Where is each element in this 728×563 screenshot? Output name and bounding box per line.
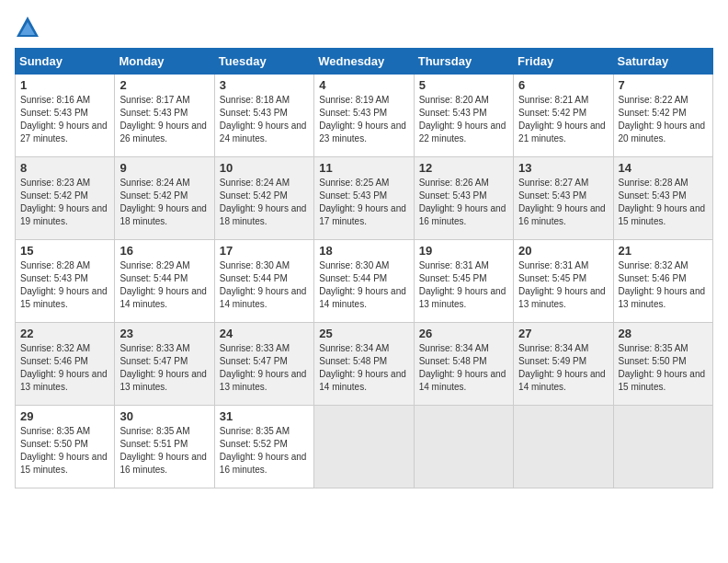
day-number: 5 <box>419 78 508 92</box>
day-number: 1 <box>20 78 109 92</box>
day-info: Sunrise: 8:23 AMSunset: 5:42 PMDaylight:… <box>20 177 109 228</box>
day-info: Sunrise: 8:19 AMSunset: 5:43 PMDaylight:… <box>319 94 408 145</box>
calendar-cell: 2Sunrise: 8:17 AMSunset: 5:43 PMDaylight… <box>115 75 214 157</box>
calendar-week-3: 15Sunrise: 8:28 AMSunset: 5:43 PMDayligh… <box>16 240 713 323</box>
day-info: Sunrise: 8:33 AMSunset: 5:47 PMDaylight:… <box>220 342 309 394</box>
day-info: Sunrise: 8:34 AMSunset: 5:48 PMDaylight:… <box>419 342 508 394</box>
day-number: 13 <box>518 161 608 175</box>
day-number: 29 <box>20 409 109 423</box>
day-info: Sunrise: 8:28 AMSunset: 5:43 PMDaylight:… <box>20 259 109 311</box>
calendar-cell <box>613 406 712 488</box>
calendar-cell: 16Sunrise: 8:29 AMSunset: 5:44 PMDayligh… <box>115 240 214 323</box>
calendar-cell: 1Sunrise: 8:16 AMSunset: 5:43 PMDaylight… <box>16 75 115 157</box>
day-info: Sunrise: 8:32 AMSunset: 5:46 PMDaylight:… <box>619 259 708 311</box>
calendar-cell: 28Sunrise: 8:35 AMSunset: 5:50 PMDayligh… <box>613 323 712 406</box>
day-info: Sunrise: 8:18 AMSunset: 5:43 PMDaylight:… <box>220 94 309 145</box>
calendar-cell: 17Sunrise: 8:30 AMSunset: 5:44 PMDayligh… <box>214 240 313 323</box>
calendar-cell: 3Sunrise: 8:18 AMSunset: 5:43 PMDaylight… <box>214 75 313 157</box>
day-number: 26 <box>419 327 508 340</box>
calendar-cell: 8Sunrise: 8:23 AMSunset: 5:42 PMDaylight… <box>16 157 115 240</box>
day-number: 12 <box>419 161 508 175</box>
calendar-cell: 26Sunrise: 8:34 AMSunset: 5:48 PMDayligh… <box>414 323 513 406</box>
logo <box>15 15 44 40</box>
calendar-cell: 20Sunrise: 8:31 AMSunset: 5:45 PMDayligh… <box>514 240 613 323</box>
day-number: 21 <box>619 244 708 258</box>
day-info: Sunrise: 8:17 AMSunset: 5:43 PMDaylight:… <box>119 94 209 145</box>
calendar-cell: 18Sunrise: 8:30 AMSunset: 5:44 PMDayligh… <box>314 240 414 323</box>
day-info: Sunrise: 8:35 AMSunset: 5:50 PMDaylight:… <box>20 425 109 477</box>
day-info: Sunrise: 8:27 AMSunset: 5:43 PMDaylight:… <box>518 177 608 228</box>
calendar-cell: 22Sunrise: 8:32 AMSunset: 5:46 PMDayligh… <box>16 323 115 406</box>
day-number: 8 <box>20 161 109 175</box>
calendar-cell: 24Sunrise: 8:33 AMSunset: 5:47 PMDayligh… <box>214 323 313 406</box>
day-info: Sunrise: 8:16 AMSunset: 5:43 PMDaylight:… <box>20 94 109 145</box>
day-info: Sunrise: 8:34 AMSunset: 5:49 PMDaylight:… <box>518 342 608 394</box>
calendar-cell: 11Sunrise: 8:25 AMSunset: 5:43 PMDayligh… <box>314 157 414 240</box>
calendar-cell: 7Sunrise: 8:22 AMSunset: 5:42 PMDaylight… <box>613 75 712 157</box>
calendar-week-5: 29Sunrise: 8:35 AMSunset: 5:50 PMDayligh… <box>16 406 713 488</box>
day-number: 7 <box>619 78 708 92</box>
calendar-cell: 30Sunrise: 8:35 AMSunset: 5:51 PMDayligh… <box>115 406 214 488</box>
day-info: Sunrise: 8:20 AMSunset: 5:43 PMDaylight:… <box>419 94 508 145</box>
calendar-week-4: 22Sunrise: 8:32 AMSunset: 5:46 PMDayligh… <box>16 323 713 406</box>
calendar-cell <box>514 406 613 488</box>
day-info: Sunrise: 8:26 AMSunset: 5:43 PMDaylight:… <box>419 177 508 228</box>
calendar-week-2: 8Sunrise: 8:23 AMSunset: 5:42 PMDaylight… <box>16 157 713 240</box>
calendar-cell: 21Sunrise: 8:32 AMSunset: 5:46 PMDayligh… <box>613 240 712 323</box>
header-monday: Monday <box>115 49 214 75</box>
calendar-week-1: 1Sunrise: 8:16 AMSunset: 5:43 PMDaylight… <box>16 75 713 157</box>
day-info: Sunrise: 8:22 AMSunset: 5:42 PMDaylight:… <box>619 94 708 145</box>
day-info: Sunrise: 8:28 AMSunset: 5:43 PMDaylight:… <box>619 177 708 228</box>
day-info: Sunrise: 8:29 AMSunset: 5:44 PMDaylight:… <box>119 259 209 311</box>
day-number: 14 <box>619 161 708 175</box>
day-number: 23 <box>119 327 209 340</box>
day-info: Sunrise: 8:35 AMSunset: 5:50 PMDaylight:… <box>619 342 708 394</box>
day-number: 6 <box>518 78 608 92</box>
calendar-cell: 23Sunrise: 8:33 AMSunset: 5:47 PMDayligh… <box>115 323 214 406</box>
calendar-cell <box>414 406 513 488</box>
day-number: 25 <box>319 327 408 340</box>
calendar-cell: 10Sunrise: 8:24 AMSunset: 5:42 PMDayligh… <box>214 157 313 240</box>
calendar-header-row: SundayMondayTuesdayWednesdayThursdayFrid… <box>16 49 713 75</box>
day-info: Sunrise: 8:25 AMSunset: 5:43 PMDaylight:… <box>319 177 408 228</box>
page-header <box>15 15 713 40</box>
day-info: Sunrise: 8:30 AMSunset: 5:44 PMDaylight:… <box>319 259 408 311</box>
day-number: 20 <box>518 244 608 258</box>
calendar-cell: 13Sunrise: 8:27 AMSunset: 5:43 PMDayligh… <box>514 157 613 240</box>
day-number: 10 <box>220 161 309 175</box>
calendar-cell: 15Sunrise: 8:28 AMSunset: 5:43 PMDayligh… <box>16 240 115 323</box>
day-number: 15 <box>20 244 109 258</box>
day-number: 3 <box>220 78 309 92</box>
day-info: Sunrise: 8:21 AMSunset: 5:42 PMDaylight:… <box>518 94 608 145</box>
calendar-cell: 5Sunrise: 8:20 AMSunset: 5:43 PMDaylight… <box>414 75 513 157</box>
day-number: 2 <box>119 78 209 92</box>
header-thursday: Thursday <box>414 49 513 75</box>
header-friday: Friday <box>514 49 613 75</box>
day-number: 4 <box>319 78 408 92</box>
day-info: Sunrise: 8:24 AMSunset: 5:42 PMDaylight:… <box>119 177 209 228</box>
calendar-cell: 6Sunrise: 8:21 AMSunset: 5:42 PMDaylight… <box>514 75 613 157</box>
day-number: 27 <box>518 327 608 340</box>
header-saturday: Saturday <box>613 49 712 75</box>
calendar-cell: 25Sunrise: 8:34 AMSunset: 5:48 PMDayligh… <box>314 323 414 406</box>
day-number: 30 <box>119 409 209 423</box>
day-number: 16 <box>119 244 209 258</box>
day-info: Sunrise: 8:31 AMSunset: 5:45 PMDaylight:… <box>419 259 508 311</box>
day-info: Sunrise: 8:35 AMSunset: 5:51 PMDaylight:… <box>119 425 209 477</box>
header-tuesday: Tuesday <box>214 49 313 75</box>
day-info: Sunrise: 8:31 AMSunset: 5:45 PMDaylight:… <box>518 259 608 311</box>
day-number: 9 <box>119 161 209 175</box>
day-info: Sunrise: 8:32 AMSunset: 5:46 PMDaylight:… <box>20 342 109 394</box>
day-info: Sunrise: 8:24 AMSunset: 5:42 PMDaylight:… <box>220 177 309 228</box>
calendar: SundayMondayTuesdayWednesdayThursdayFrid… <box>15 48 713 488</box>
day-number: 31 <box>220 409 309 423</box>
day-number: 22 <box>20 327 109 340</box>
day-info: Sunrise: 8:33 AMSunset: 5:47 PMDaylight:… <box>119 342 209 394</box>
day-info: Sunrise: 8:34 AMSunset: 5:48 PMDaylight:… <box>319 342 408 394</box>
day-number: 18 <box>319 244 408 258</box>
calendar-cell: 31Sunrise: 8:35 AMSunset: 5:52 PMDayligh… <box>214 406 313 488</box>
calendar-cell <box>314 406 414 488</box>
day-number: 11 <box>319 161 408 175</box>
day-info: Sunrise: 8:30 AMSunset: 5:44 PMDaylight:… <box>220 259 309 311</box>
calendar-cell: 19Sunrise: 8:31 AMSunset: 5:45 PMDayligh… <box>414 240 513 323</box>
